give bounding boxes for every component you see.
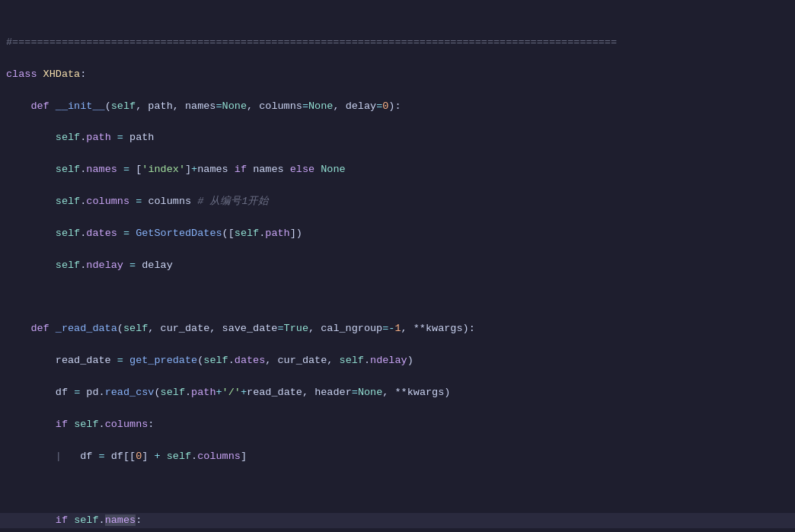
line-pipe1: | df = df[[0] + self.columns] bbox=[0, 449, 795, 465]
line-self-dates: self.dates = GetSortedDates([self.path]) bbox=[0, 226, 795, 242]
line-df-read-csv: df = pd.read_csv(self.path+'/'+read_date… bbox=[0, 385, 795, 401]
line-blank1 bbox=[0, 290, 795, 306]
line-self-ndelay: self.ndelay = delay bbox=[0, 258, 795, 274]
line-read-data-def: def _read_data(self, cur_date, save_date… bbox=[0, 321, 795, 337]
code-editor: #=======================================… bbox=[0, 0, 795, 532]
line-if-columns: if self.columns: bbox=[0, 417, 795, 433]
line-self-columns: self.columns = columns # 从编号1开始 bbox=[0, 194, 795, 210]
line-blank2 bbox=[0, 481, 795, 497]
line-self-names: self.names = ['index']+names if names el… bbox=[0, 162, 795, 178]
line-separator: #=======================================… bbox=[0, 35, 795, 51]
line-read-date: read_date = get_predate(self.dates, cur_… bbox=[0, 353, 795, 369]
line-self-path: self.path = path bbox=[0, 130, 795, 146]
line-init-def: def __init__(self, path, names=None, col… bbox=[0, 99, 795, 115]
line-class-def: class XHData: bbox=[0, 67, 795, 83]
line-if-names: if self.names: bbox=[0, 513, 795, 529]
